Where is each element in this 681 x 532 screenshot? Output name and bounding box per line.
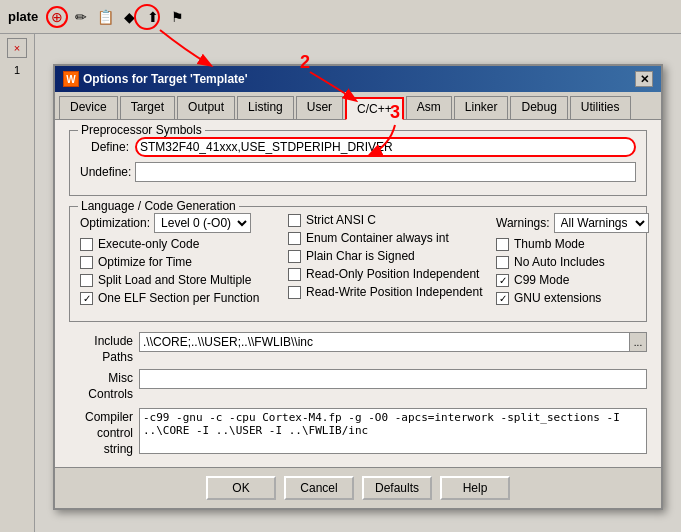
- compiler-label: Compiler control string: [69, 408, 139, 457]
- dialog-title-text: Options for Target 'Template': [83, 72, 248, 86]
- plain-char-cb[interactable]: [288, 250, 301, 263]
- enum-container-cb[interactable]: [288, 232, 301, 245]
- strict-ansi-label: Strict ANSI C: [306, 213, 376, 227]
- plain-char-row: Plain Char is Signed: [288, 249, 488, 263]
- c99-mode-label: C99 Mode: [514, 273, 569, 287]
- thumb-mode-row: Thumb Mode: [496, 237, 636, 251]
- toolbar-btn-4[interactable]: ◆: [118, 6, 140, 28]
- lang-col2: Strict ANSI C Enum Container always int …: [288, 213, 488, 309]
- tab-user[interactable]: User: [296, 96, 343, 119]
- lang-col1: Optimization: Level 0 (-O0) Level 1 (-O1…: [80, 213, 280, 309]
- optimize-time-row: Optimize for Time: [80, 255, 280, 269]
- gnu-ext-row: GNU extensions: [496, 291, 636, 305]
- execute-only-row: Execute-only Code: [80, 237, 280, 251]
- optimize-time-cb[interactable]: [80, 256, 93, 269]
- optimization-select[interactable]: Level 0 (-O0) Level 1 (-O1) Level 2 (-O2…: [154, 213, 251, 233]
- tab-linker[interactable]: Linker: [454, 96, 509, 119]
- left-sidebar: × 1: [0, 34, 35, 532]
- sidebar-close-btn[interactable]: ×: [7, 38, 27, 58]
- no-auto-cb[interactable]: [496, 256, 509, 269]
- execute-only-cb[interactable]: [80, 238, 93, 251]
- preprocessor-group: Preprocessor Symbols Define: Undefine:: [69, 130, 647, 196]
- enum-container-row: Enum Container always int: [288, 231, 488, 245]
- compiler-textarea[interactable]: -c99 -gnu -c -cpu Cortex-M4.fp -g -O0 -a…: [139, 408, 647, 454]
- c99-mode-row: C99 Mode: [496, 273, 636, 287]
- ok-button[interactable]: OK: [206, 476, 276, 500]
- misc-controls-input[interactable]: [139, 369, 647, 389]
- dialog-footer: OK Cancel Defaults Help: [55, 467, 661, 508]
- tab-cpp[interactable]: C/C++: [345, 97, 404, 120]
- top-bar: plate ⊕ ✏ 📋 ◆ ⬆ ⚑: [0, 0, 681, 34]
- ro-position-row: Read-Only Position Independent: [288, 267, 488, 281]
- optimization-row: Optimization: Level 0 (-O0) Level 1 (-O1…: [80, 213, 280, 233]
- include-section: Include Paths ... Misc Controls: [69, 332, 647, 402]
- cancel-button[interactable]: Cancel: [284, 476, 354, 500]
- no-auto-row: No Auto Includes: [496, 255, 636, 269]
- rw-position-label: Read-Write Position Independent: [306, 285, 483, 299]
- language-group: Language / Code Generation Optimization:…: [69, 206, 647, 322]
- split-load-cb[interactable]: [80, 274, 93, 287]
- include-browse-btn[interactable]: ...: [629, 332, 647, 352]
- optimization-label: Optimization:: [80, 216, 150, 230]
- strict-ansi-cb[interactable]: [288, 214, 301, 227]
- warnings-select[interactable]: All Warnings No Warnings: [554, 213, 649, 233]
- main-area: × 1 W Options for Target 'Template' ✕ De…: [0, 34, 681, 532]
- help-button[interactable]: Help: [440, 476, 510, 500]
- tab-output[interactable]: Output: [177, 96, 235, 119]
- toolbar-btn-3[interactable]: 📋: [94, 6, 116, 28]
- defaults-button[interactable]: Defaults: [362, 476, 432, 500]
- tab-device[interactable]: Device: [59, 96, 118, 119]
- compiler-textarea-wrap: -c99 -gnu -c -cpu Cortex-M4.fp -g -O0 -a…: [139, 408, 647, 457]
- thumb-mode-label: Thumb Mode: [514, 237, 585, 251]
- thumb-mode-cb[interactable]: [496, 238, 509, 251]
- rw-position-cb[interactable]: [288, 286, 301, 299]
- app-title: plate: [4, 9, 38, 24]
- misc-input-wrap: [139, 369, 647, 389]
- toolbar-btn-5[interactable]: ⬆: [142, 6, 164, 28]
- split-load-row: Split Load and Store Multiple: [80, 273, 280, 287]
- toolbar-btn-1[interactable]: ⊕: [46, 6, 68, 28]
- warnings-label: Warnings:: [496, 216, 550, 230]
- define-input[interactable]: [135, 137, 636, 157]
- execute-only-label: Execute-only Code: [98, 237, 199, 251]
- language-group-label: Language / Code Generation: [78, 199, 239, 213]
- tab-debug[interactable]: Debug: [510, 96, 567, 119]
- undefine-label: Undefine:: [80, 165, 135, 179]
- one-elf-cb[interactable]: [80, 292, 93, 305]
- dialog-title: W Options for Target 'Template': [63, 71, 248, 87]
- tabs-bar: Device Target Output Listing User C/C++ …: [55, 92, 661, 120]
- tab-asm[interactable]: Asm: [406, 96, 452, 119]
- include-paths-input[interactable]: [139, 332, 647, 352]
- dialog-body: Preprocessor Symbols Define: Undefine: L…: [55, 120, 661, 467]
- c99-mode-cb[interactable]: [496, 274, 509, 287]
- warnings-row: Warnings: All Warnings No Warnings: [496, 213, 636, 233]
- one-elf-label: One ELF Section per Function: [98, 291, 259, 305]
- define-row: Define:: [80, 137, 636, 157]
- sidebar-number: 1: [14, 64, 20, 76]
- gnu-ext-cb[interactable]: [496, 292, 509, 305]
- toolbar-btn-2[interactable]: ✏: [70, 6, 92, 28]
- options-dialog: W Options for Target 'Template' ✕ Device…: [53, 64, 663, 510]
- undefine-row: Undefine:: [80, 162, 636, 182]
- include-paths-label: Include Paths: [69, 332, 139, 365]
- gnu-ext-label: GNU extensions: [514, 291, 601, 305]
- tab-utilities[interactable]: Utilities: [570, 96, 631, 119]
- toolbar-btn-6[interactable]: ⚑: [166, 6, 188, 28]
- undefine-input[interactable]: [135, 162, 636, 182]
- no-auto-label: No Auto Includes: [514, 255, 605, 269]
- enum-container-label: Enum Container always int: [306, 231, 449, 245]
- compiler-row: Compiler control string -c99 -gnu -c -cp…: [69, 408, 647, 457]
- one-elf-row: One ELF Section per Function: [80, 291, 280, 305]
- preprocessor-group-label: Preprocessor Symbols: [78, 123, 205, 137]
- ro-position-label: Read-Only Position Independent: [306, 267, 479, 281]
- tab-target[interactable]: Target: [120, 96, 175, 119]
- tab-listing[interactable]: Listing: [237, 96, 294, 119]
- lang-col3: Warnings: All Warnings No Warnings Thumb…: [496, 213, 636, 309]
- include-paths-row: Include Paths ...: [69, 332, 647, 365]
- rw-position-row: Read-Write Position Independent: [288, 285, 488, 299]
- dialog-close-btn[interactable]: ✕: [635, 71, 653, 87]
- plain-char-label: Plain Char is Signed: [306, 249, 415, 263]
- ro-position-cb[interactable]: [288, 268, 301, 281]
- include-input-wrap: ...: [139, 332, 647, 352]
- w-icon: W: [63, 71, 79, 87]
